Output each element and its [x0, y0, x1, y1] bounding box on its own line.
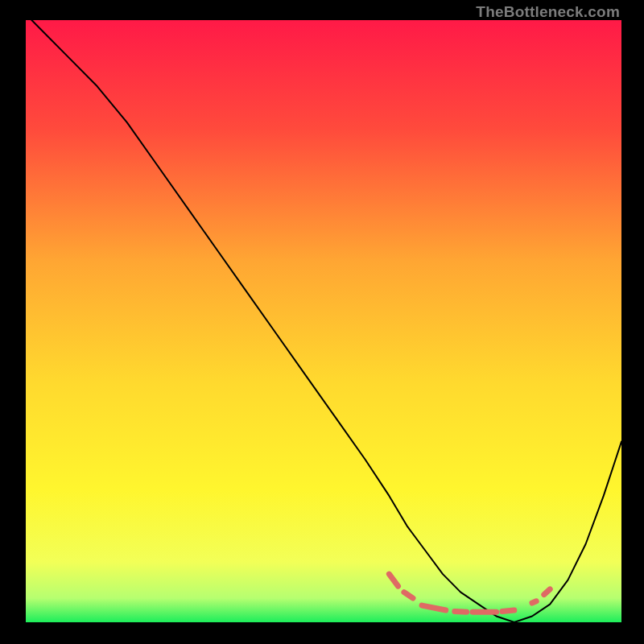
salmon-dash-markers — [532, 601, 536, 603]
chart-svg — [26, 20, 621, 622]
salmon-dash-markers — [455, 612, 467, 613]
salmon-dash-markers — [544, 589, 550, 595]
salmon-dash-markers — [502, 610, 514, 611]
gradient-background — [26, 20, 621, 622]
plot-area — [26, 20, 621, 622]
watermark-text: TheBottleneck.com — [476, 3, 620, 21]
chart-frame: TheBottleneck.com — [0, 0, 644, 644]
